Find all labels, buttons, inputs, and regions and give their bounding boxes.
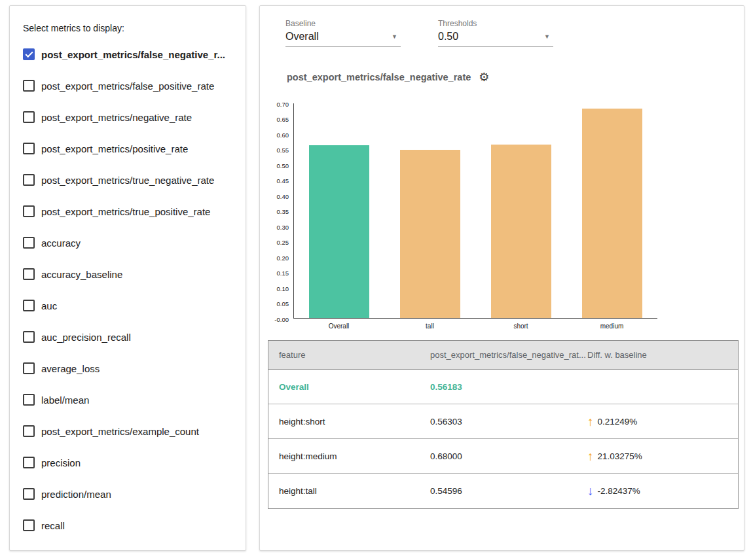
metrics-table: feature post_export_metrics/false_negati… xyxy=(268,340,739,509)
metric-list-item[interactable]: post_export_metrics/negative_rate xyxy=(23,101,232,133)
metric-label: post_export_metrics/true_positive_rate xyxy=(41,206,210,217)
bar-Overall[interactable] xyxy=(309,145,369,318)
metric-checkbox[interactable] xyxy=(23,488,35,500)
y-axis-tick-label: 0.55 xyxy=(277,147,289,154)
thresholds-dropdown-label: Thresholds xyxy=(438,19,553,28)
metric-label: post_export_metrics/example_count xyxy=(41,426,199,437)
cell-diff: ↑21.03275% xyxy=(587,450,738,463)
metric-label: post_export_metrics/positive_rate xyxy=(41,143,188,154)
metric-label: accuracy_baseline xyxy=(41,269,122,280)
up-arrow-icon: ↑ xyxy=(587,415,594,428)
metric-label: average_loss xyxy=(41,363,100,374)
app: { "colors": { "checkbox_blue": "#3c5ecc"… xyxy=(0,0,751,560)
metric-label: post_export_metrics/true_negative_rate xyxy=(41,175,214,186)
metric-selector-title: Select metrics to display: xyxy=(23,22,232,35)
cell-value: 0.56303 xyxy=(430,417,587,427)
chart-bars xyxy=(294,103,657,318)
y-axis-tick-label: 0.30 xyxy=(277,224,289,231)
table-header-feature: feature xyxy=(268,350,430,360)
metric-detail-panel: Baseline Overall ▼ Thresholds 0.50 ▼ pos… xyxy=(259,5,744,551)
metric-list-item[interactable]: accuracy xyxy=(23,227,232,258)
cell-feature: height:short xyxy=(268,417,430,427)
metric-label: precision xyxy=(41,457,81,468)
table-row: Overall 0.56183 xyxy=(268,370,738,404)
metric-list-item[interactable]: accuracy_baseline xyxy=(23,258,232,290)
table-row: height:tall 0.54596 ↓-2.82437% xyxy=(268,474,738,508)
metric-checkbox[interactable] xyxy=(23,80,35,92)
metric-checkbox[interactable] xyxy=(23,394,35,406)
metric-list-item[interactable]: prediction/mean xyxy=(23,478,232,510)
metric-list-item[interactable]: post_export_metrics/true_positive_rate xyxy=(23,196,232,227)
metric-checkbox[interactable] xyxy=(23,205,35,217)
metric-list-item[interactable]: auc xyxy=(23,290,232,321)
chart-x-labels: Overalltallshortmedium xyxy=(293,323,657,330)
metric-checkbox[interactable] xyxy=(23,48,35,60)
metric-list-item[interactable]: precision xyxy=(23,447,232,478)
metric-list-item[interactable]: post_export_metrics/false_negative_r... xyxy=(23,39,232,70)
x-axis-label: medium xyxy=(566,323,657,330)
cell-value: 0.54596 xyxy=(430,486,587,496)
diff-value: -2.82437% xyxy=(598,486,640,496)
metric-list-item[interactable]: post_export_metrics/example_count xyxy=(23,415,232,447)
cell-feature: height:tall xyxy=(268,486,430,496)
table-body: Overall 0.56183 height:short 0.56303 ↑0.… xyxy=(268,370,738,508)
metric-checkbox[interactable] xyxy=(23,425,35,437)
baseline-dropdown-label: Baseline xyxy=(285,19,401,28)
y-axis-tick-label: 0.10 xyxy=(277,285,289,292)
metric-checkbox[interactable] xyxy=(23,331,35,343)
metric-label: post_export_metrics/false_negative_r... xyxy=(41,49,225,60)
metric-checkbox[interactable] xyxy=(23,300,35,311)
x-axis-label: tall xyxy=(384,323,475,330)
controls-row: Baseline Overall ▼ Thresholds 0.50 ▼ xyxy=(285,19,553,47)
metric-label: auc_precision_recall xyxy=(41,332,131,343)
cell-feature: Overall xyxy=(268,382,430,392)
table-header-diff: Diff. w. baseline xyxy=(587,350,738,360)
table-row: height:short 0.56303 ↑0.21249% xyxy=(268,404,738,439)
metric-checkbox[interactable] xyxy=(23,143,35,154)
metric-checkbox[interactable] xyxy=(23,174,35,186)
metric-label: post_export_metrics/false_positive_rate xyxy=(41,80,214,92)
cell-diff: ↑0.21249% xyxy=(587,415,738,428)
metric-checkbox[interactable] xyxy=(23,111,35,123)
gear-icon[interactable]: ⚙ xyxy=(479,71,489,83)
bar-medium[interactable] xyxy=(582,109,642,318)
y-axis-tick-label: 0.40 xyxy=(277,193,289,200)
metric-list-item[interactable]: auc_precision_recall xyxy=(23,321,232,353)
table-row: height:medium 0.68000 ↑21.03275% xyxy=(268,439,738,474)
metric-label: recall xyxy=(41,520,65,531)
y-axis-tick-label: 0.65 xyxy=(277,116,289,123)
x-axis-label: Overall xyxy=(293,323,384,330)
y-axis-tick-label: 0.25 xyxy=(277,239,289,246)
metric-list-item[interactable]: label/mean xyxy=(23,384,232,415)
chevron-down-icon: ▼ xyxy=(544,33,550,40)
baseline-dropdown[interactable]: Baseline Overall ▼ xyxy=(285,19,401,47)
bar-short[interactable] xyxy=(491,145,551,318)
metric-checkbox[interactable] xyxy=(23,268,35,280)
metric-list-item[interactable]: post_export_metrics/false_positive_rate xyxy=(23,70,232,101)
down-arrow-icon: ↓ xyxy=(587,485,594,497)
metric-list-item[interactable]: average_loss xyxy=(23,353,232,384)
diff-value: 0.21249% xyxy=(598,417,638,427)
cell-value: 0.56183 xyxy=(430,382,587,392)
metric-label: auc xyxy=(41,300,57,311)
bar-tall[interactable] xyxy=(400,150,460,318)
metric-checkbox[interactable] xyxy=(23,237,35,249)
thresholds-dropdown-value: 0.50 xyxy=(438,30,553,43)
cell-value: 0.68000 xyxy=(430,451,587,461)
thresholds-dropdown[interactable]: Thresholds 0.50 ▼ xyxy=(438,19,553,47)
metric-checkbox[interactable] xyxy=(23,519,35,531)
table-header-row: feature post_export_metrics/false_negati… xyxy=(268,341,738,370)
metric-selector-panel: Select metrics to display: post_export_m… xyxy=(9,5,246,551)
metric-label: prediction/mean xyxy=(41,489,111,500)
diff-value: 21.03275% xyxy=(598,451,642,461)
cell-feature: height:medium xyxy=(268,451,430,461)
metric-checkbox[interactable] xyxy=(23,362,35,374)
metric-list-item[interactable]: post_export_metrics/positive_rate xyxy=(23,133,232,164)
y-axis-tick-label: 0.45 xyxy=(277,177,289,184)
metric-list-item[interactable]: post_export_metrics/true_negative_rate xyxy=(23,164,232,196)
metric-checkbox[interactable] xyxy=(23,457,35,468)
chart-title-row: post_export_metrics/false_negative_rate … xyxy=(287,71,489,83)
metric-list-item[interactable]: recall xyxy=(23,510,232,541)
cell-diff: ↓-2.82437% xyxy=(587,485,738,497)
y-axis-tick-label: 0.35 xyxy=(277,208,289,215)
